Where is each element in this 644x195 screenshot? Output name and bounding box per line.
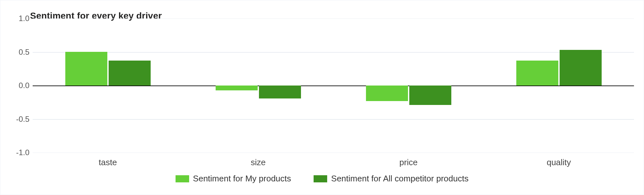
bar-my-taste xyxy=(65,52,107,86)
gridline-zero xyxy=(33,86,634,86)
y-tick-label: 1.0 xyxy=(10,14,29,23)
legend: Sentiment for My products Sentiment for … xyxy=(0,174,644,184)
x-tick-label: price xyxy=(399,157,417,167)
bar-comp-price xyxy=(409,86,451,105)
gridline-m0p5 xyxy=(33,119,634,120)
bar-my-quality xyxy=(516,61,558,86)
bar-comp-quality xyxy=(560,50,602,86)
x-tick-label: quality xyxy=(547,157,571,167)
bar-comp-size xyxy=(259,86,301,98)
y-tick-label: 0.5 xyxy=(10,48,29,57)
bar-my-size xyxy=(216,86,258,90)
x-tick-label: taste xyxy=(99,157,117,167)
gridline-top xyxy=(33,18,634,19)
x-tick-label: size xyxy=(251,157,265,167)
y-tick-label: -0.5 xyxy=(10,115,29,124)
gridline-bottom xyxy=(33,153,634,153)
plot-area: 1.0 0.5 0.0 -0.5 -1.0 taste size price q… xyxy=(33,18,634,153)
y-tick-label: 0.0 xyxy=(10,81,29,90)
legend-swatch-icon xyxy=(176,175,189,182)
gridline-0p5 xyxy=(33,52,634,52)
legend-swatch-icon xyxy=(314,175,327,182)
sentiment-chart: Sentiment for every key driver 1.0 0.5 0… xyxy=(0,0,644,195)
bar-my-price xyxy=(366,86,408,101)
legend-item-competitor-products[interactable]: Sentiment for All competitor products xyxy=(314,174,468,184)
bar-comp-taste xyxy=(109,61,151,86)
legend-label: Sentiment for My products xyxy=(193,174,291,184)
legend-item-my-products[interactable]: Sentiment for My products xyxy=(176,174,291,184)
y-tick-label: -1.0 xyxy=(10,148,29,157)
legend-label: Sentiment for All competitor products xyxy=(331,174,468,184)
